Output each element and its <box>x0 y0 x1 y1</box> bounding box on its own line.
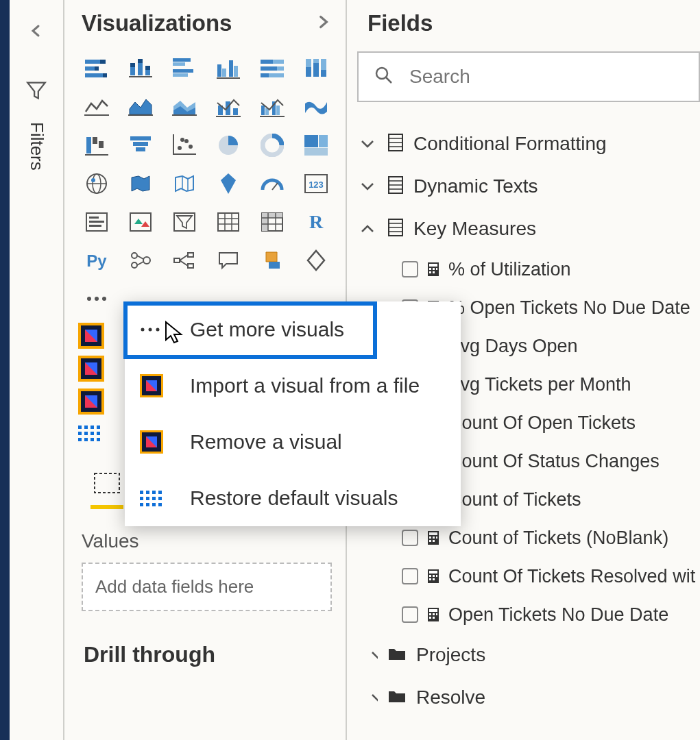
svg-rect-25 <box>261 66 277 71</box>
ribbon-chart-icon[interactable] <box>298 88 335 125</box>
checkbox[interactable] <box>402 530 418 546</box>
svg-rect-14 <box>173 62 185 66</box>
field-count-tickets-resolved[interactable]: Count Of Tickets Resolved wit <box>347 557 700 595</box>
expand-filters-button[interactable] <box>19 14 53 48</box>
svg-rect-103 <box>188 264 193 268</box>
line-clustered-column-chart-icon[interactable] <box>254 88 291 125</box>
svg-rect-17 <box>217 64 221 77</box>
filters-label: Filters <box>26 122 47 171</box>
python-visual-icon[interactable]: Py <box>78 242 115 279</box>
shape-map-icon[interactable] <box>166 165 203 202</box>
checkbox[interactable] <box>402 568 418 584</box>
svg-rect-196 <box>436 613 437 615</box>
qa-visual-icon[interactable] <box>210 242 247 279</box>
pie-chart-icon[interactable] <box>210 127 247 164</box>
azure-map-icon[interactable] <box>210 165 247 202</box>
power-apps-visual-icon[interactable] <box>298 242 335 279</box>
field-name: Count of Tickets <box>448 489 581 510</box>
waterfall-chart-icon[interactable] <box>78 127 115 164</box>
restore-visuals-item[interactable]: Restore default visuals <box>125 470 461 526</box>
filled-map-icon[interactable] <box>122 165 159 202</box>
table-projects[interactable]: Projects <box>347 634 700 676</box>
more-visuals-button[interactable] <box>78 280 115 317</box>
field-open-tickets-no-due-date[interactable]: Open Tickets No Due Date <box>347 595 700 634</box>
table-resolve[interactable]: Resolve <box>347 676 700 719</box>
checkbox[interactable] <box>402 606 418 623</box>
table-key-measures[interactable]: Key Measures <box>347 208 700 250</box>
table-dynamic-texts[interactable]: Dynamic Texts <box>347 165 700 208</box>
get-more-visuals-item[interactable]: Get more visuals <box>125 301 461 358</box>
field-name: Count Of Tickets Resolved wit <box>448 566 695 587</box>
svg-rect-190 <box>429 578 431 580</box>
r-visual-icon[interactable]: R <box>298 204 335 241</box>
search-box[interactable] <box>357 51 700 102</box>
table-conditional-formatting[interactable]: Conditional Formatting <box>347 123 700 165</box>
svg-rect-197 <box>429 617 431 619</box>
svg-rect-189 <box>436 575 437 577</box>
collapse-viz-button[interactable] <box>314 13 332 34</box>
custom-visual-1-icon[interactable] <box>78 323 104 349</box>
folder-icon <box>387 646 407 664</box>
arcgis-map-icon[interactable] <box>254 242 291 279</box>
decomposition-tree-icon[interactable] <box>166 242 203 279</box>
remove-visual-item[interactable]: Remove a visual <box>125 414 461 470</box>
stacked-column-chart-icon[interactable] <box>122 50 159 87</box>
clustered-column-chart-icon[interactable] <box>210 50 247 87</box>
import-visual-item[interactable]: Import a visual from a file <box>125 358 461 414</box>
treemap-chart-icon[interactable] <box>298 127 335 164</box>
chevron-down-icon <box>357 182 378 191</box>
svg-rect-39 <box>172 114 197 116</box>
svg-point-61 <box>180 138 184 142</box>
line-stacked-column-chart-icon[interactable] <box>210 88 247 125</box>
clustered-bar-chart-icon[interactable] <box>166 50 203 87</box>
hundred-stacked-column-chart-icon[interactable] <box>298 50 335 87</box>
svg-text:R: R <box>309 212 324 232</box>
svg-rect-51 <box>99 141 104 148</box>
svg-point-96 <box>132 253 137 258</box>
svg-point-97 <box>132 262 137 268</box>
svg-point-106 <box>87 297 91 301</box>
stacked-area-chart-icon[interactable] <box>166 88 203 125</box>
svg-point-114 <box>156 328 160 332</box>
area-chart-icon[interactable] <box>122 88 159 125</box>
matrix-icon[interactable] <box>254 204 291 241</box>
svg-line-116 <box>386 77 391 83</box>
funnel-chart-icon[interactable] <box>122 127 159 164</box>
svg-line-99 <box>137 256 143 259</box>
checkbox[interactable] <box>402 261 418 278</box>
svg-rect-34 <box>84 114 109 116</box>
slicer-icon[interactable] <box>166 204 203 241</box>
menu-item-label: Restore default visuals <box>190 486 398 510</box>
kpi-icon[interactable] <box>122 204 159 241</box>
svg-rect-0 <box>85 60 100 64</box>
multi-row-card-icon[interactable] <box>78 204 115 241</box>
svg-rect-132 <box>433 268 435 270</box>
custom-visual-2-icon[interactable] <box>78 356 104 382</box>
stacked-bar-chart-icon[interactable] <box>78 50 115 87</box>
svg-rect-182 <box>436 536 437 539</box>
gauge-chart-icon[interactable] <box>254 165 291 202</box>
field-pct-utilization[interactable]: % of Utilization <box>347 250 700 288</box>
search-input[interactable] <box>409 66 699 88</box>
donut-chart-icon[interactable] <box>254 127 291 164</box>
measure-icon <box>426 530 440 545</box>
card-icon[interactable]: 123 <box>298 165 335 202</box>
values-label: Values <box>82 530 332 552</box>
map-icon[interactable] <box>78 165 115 202</box>
scatter-chart-icon[interactable] <box>166 127 203 164</box>
svg-rect-29 <box>306 67 311 77</box>
table-icon[interactable] <box>210 204 247 241</box>
fields-tab[interactable] <box>90 469 123 509</box>
values-drop-zone[interactable]: Add data fields here <box>82 563 332 611</box>
custom-visual-3-icon[interactable] <box>78 388 104 415</box>
svg-text:123: 123 <box>309 180 324 190</box>
measure-icon <box>426 262 440 277</box>
svg-line-100 <box>137 262 143 265</box>
svg-rect-11 <box>145 66 150 70</box>
svg-rect-19 <box>229 60 233 77</box>
svg-rect-82 <box>218 213 239 231</box>
key-influencers-icon[interactable] <box>122 242 159 279</box>
hundred-stacked-bar-chart-icon[interactable] <box>254 50 291 87</box>
svg-rect-57 <box>173 153 196 155</box>
line-chart-icon[interactable] <box>78 88 115 125</box>
